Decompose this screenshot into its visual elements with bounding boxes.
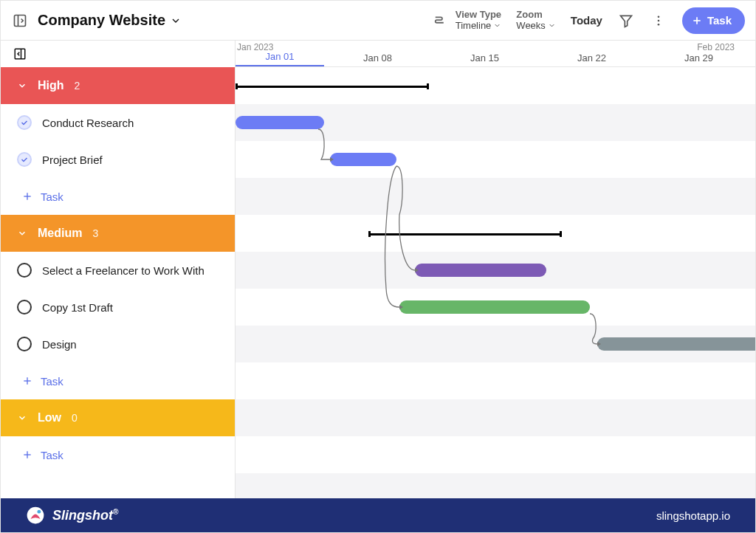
- task-bar-copy-draft[interactable]: [399, 300, 590, 314]
- footer: Slingshot® slingshotapp.io: [1, 498, 755, 532]
- group-name: Low: [38, 411, 61, 424]
- svg-point-3: [658, 16, 660, 18]
- svg-marker-2: [620, 16, 631, 27]
- chevron-down-icon: [493, 21, 501, 30]
- group-name: High: [38, 79, 64, 92]
- more-icon[interactable]: [650, 12, 667, 30]
- group-count: 3: [92, 227, 98, 239]
- chevron-down-icon: [17, 413, 27, 423]
- footer-url: slingshotapp.io: [656, 509, 730, 522]
- add-task-button[interactable]: Task: [1, 178, 235, 215]
- check-icon[interactable]: [17, 115, 32, 130]
- check-icon[interactable]: [17, 337, 32, 351]
- add-task-button[interactable]: Task: [1, 362, 235, 399]
- svg-point-5: [658, 23, 660, 25]
- svg-point-21: [37, 510, 41, 514]
- new-task-button[interactable]: Task: [682, 7, 745, 34]
- group-name: Medium: [38, 227, 82, 240]
- task-row[interactable]: Select a Freelancer to Work With: [1, 252, 235, 289]
- slingshot-logo-icon: [26, 506, 45, 525]
- filter-icon[interactable]: [617, 12, 635, 30]
- day-column[interactable]: Jan 22: [538, 52, 645, 66]
- day-column[interactable]: Jan 29: [645, 52, 752, 66]
- task-name: Conduct Research: [42, 117, 134, 129]
- zoom-label: Zoom: [516, 10, 556, 21]
- view-type-selector[interactable]: View Type Timeline: [433, 10, 502, 32]
- task-name: Select a Freelancer to Work With: [42, 264, 205, 277]
- task-name: Copy 1st Draft: [42, 301, 113, 314]
- plus-icon: [21, 375, 33, 387]
- day-column[interactable]: Jan 08: [324, 52, 431, 66]
- month-label: Feb 2023: [697, 42, 735, 52]
- group-summary-bar[interactable]: [236, 86, 429, 88]
- group-header-medium[interactable]: Medium 3: [1, 215, 235, 252]
- timeline-icon: [433, 13, 450, 29]
- collapse-sidebar-icon[interactable]: [11, 45, 29, 63]
- timeline-header: Jan 2023 Feb 2023 Jan 01 Jan 08 Jan 15 J…: [236, 41, 755, 67]
- view-type-label: View Type: [456, 10, 502, 21]
- add-task-label: Task: [41, 190, 63, 203]
- sidebar: High 2 Conduct Research Project Brief Ta…: [1, 41, 236, 498]
- task-name: Design: [42, 338, 77, 351]
- task-row[interactable]: Design: [1, 326, 235, 362]
- chevron-down-icon: [170, 15, 182, 27]
- chevron-down-icon: [17, 80, 27, 91]
- check-icon[interactable]: [17, 263, 32, 278]
- day-column[interactable]: Jan 01: [236, 51, 324, 66]
- add-task-button[interactable]: Task: [1, 436, 235, 473]
- view-type-value: Timeline: [456, 21, 492, 32]
- today-button[interactable]: Today: [571, 14, 602, 27]
- plus-icon: [21, 449, 33, 461]
- group-header-low[interactable]: Low 0: [1, 399, 235, 436]
- toolbar: Company Website View Type Timeline Zoom …: [1, 1, 755, 41]
- task-bar-conduct-research[interactable]: [236, 116, 324, 129]
- task-bar-select-freelancer[interactable]: [415, 264, 546, 277]
- add-task-label: Task: [41, 449, 63, 461]
- check-icon[interactable]: [17, 300, 32, 314]
- plus-icon: [21, 190, 33, 202]
- chevron-down-icon: [548, 21, 556, 30]
- task-row[interactable]: Project Brief: [1, 141, 235, 178]
- task-bar-design[interactable]: [597, 337, 755, 351]
- add-task-label: Task: [41, 375, 63, 388]
- svg-rect-8: [15, 49, 25, 59]
- zoom-selector[interactable]: Zoom Weeks: [516, 10, 556, 32]
- chevron-down-icon: [17, 228, 27, 238]
- task-bar-project-brief[interactable]: [330, 153, 396, 166]
- group-header-high[interactable]: High 2: [1, 67, 235, 104]
- project-title[interactable]: Company Website: [38, 12, 182, 29]
- svg-point-4: [658, 19, 660, 21]
- new-task-label: Task: [707, 14, 732, 27]
- timeline-area[interactable]: Jan 2023 Feb 2023 Jan 01 Jan 08 Jan 15 J…: [236, 41, 755, 498]
- project-title-text: Company Website: [38, 12, 165, 29]
- task-name: Project Brief: [42, 154, 103, 166]
- group-count: 2: [75, 80, 80, 92]
- month-label: Jan 2023: [237, 42, 273, 52]
- plus-icon: [691, 15, 703, 27]
- group-summary-bar[interactable]: [368, 233, 562, 235]
- timeline-body: [236, 67, 755, 498]
- zoom-value: Weeks: [516, 21, 546, 32]
- task-row[interactable]: Conduct Research: [1, 104, 235, 141]
- task-row[interactable]: Copy 1st Draft: [1, 289, 235, 326]
- check-icon[interactable]: [17, 152, 32, 167]
- day-column[interactable]: Jan 15: [431, 52, 538, 66]
- brand-name: Slingshot: [52, 508, 113, 523]
- group-count: 0: [72, 412, 78, 424]
- panel-toggle-icon[interactable]: [11, 12, 29, 30]
